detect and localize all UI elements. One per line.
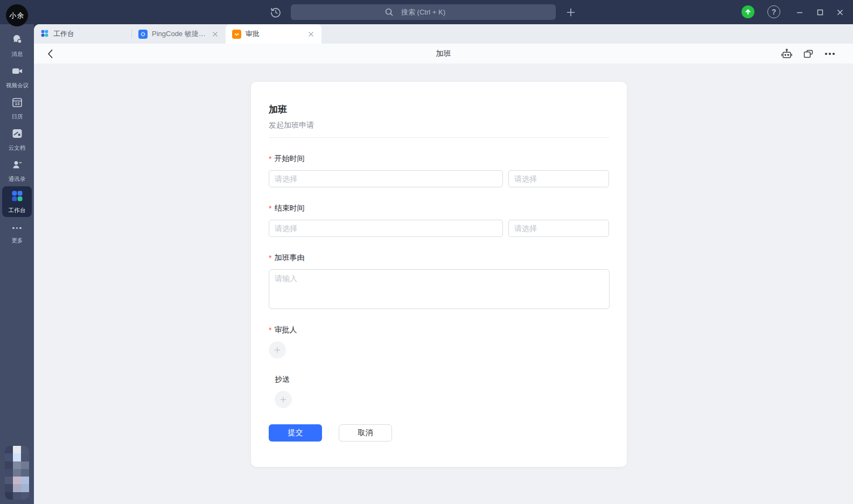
add-approver-button[interactable] (269, 341, 286, 359)
sidebar: 消息 视频会议 13 日历 (0, 24, 34, 504)
field-label-end-time: 结束时间 (274, 204, 304, 213)
cloud-docs-icon (11, 127, 24, 142)
form-subtitle: 发起加班申请 (269, 121, 609, 130)
field-label-reason: 加班事由 (274, 253, 304, 263)
sidebar-item-docs[interactable]: 云文档 (2, 124, 32, 155)
start-time-input[interactable] (508, 170, 609, 187)
help-icon[interactable]: ? (767, 5, 780, 18)
end-date-input[interactable] (269, 220, 503, 237)
history-icon[interactable] (268, 4, 283, 20)
cancel-button[interactable]: 取消 (339, 424, 392, 442)
divider (269, 137, 609, 138)
required-marker: * (269, 254, 271, 262)
back-icon[interactable] (41, 45, 59, 62)
sidebar-item-workbench[interactable]: 工作台 (2, 186, 32, 217)
workbench-grid-icon (11, 190, 24, 205)
field-cc: 抄送 (269, 375, 609, 408)
plus-icon (274, 347, 281, 353)
start-date-input[interactable] (269, 170, 503, 187)
user-avatar[interactable]: 小余 (6, 4, 28, 26)
field-approver: * 审批人 (269, 325, 609, 359)
sidebar-item-more[interactable]: 更多 (2, 218, 32, 248)
submit-button[interactable]: 提交 (269, 424, 322, 442)
workbench-grid-icon (40, 29, 49, 39)
sidebar-item-messages[interactable]: 消息 (2, 30, 32, 61)
svg-text:13: 13 (15, 101, 19, 106)
content-area: 加班 发起加班申请 * 开始时间 * 结束时间 (34, 64, 853, 504)
end-time-input[interactable] (508, 220, 609, 237)
multi-window-icon[interactable] (801, 47, 815, 61)
minimize-button[interactable] (792, 4, 808, 20)
page-title: 加班 (436, 49, 451, 59)
close-window-button[interactable] (832, 4, 848, 20)
field-end-time: * 结束时间 (269, 204, 609, 237)
tab-workbench[interactable]: 工作台 (34, 24, 131, 44)
tab-pingcode[interactable]: PingCode 敏捷开发 (132, 24, 226, 44)
sidebar-blurred-item (5, 446, 29, 500)
required-marker: * (269, 326, 271, 334)
more-dots-icon (12, 222, 22, 235)
field-reason: * 加班事由 (269, 253, 609, 309)
tab-strip: 工作台 PingCode 敏捷开发 审批 (34, 24, 853, 44)
pingcode-app-icon (138, 30, 148, 39)
maximize-button[interactable] (812, 4, 828, 20)
main-area: 工作台 PingCode 敏捷开发 审批 (34, 24, 853, 504)
topbar: ? (0, 0, 853, 24)
search-input[interactable] (291, 4, 556, 20)
field-label-approver: 审批人 (274, 325, 297, 335)
add-cc-button[interactable] (275, 391, 292, 408)
field-label-cc: 抄送 (275, 375, 290, 384)
approval-form-card: 加班 发起加班申请 * 开始时间 * 结束时间 (251, 82, 627, 467)
chat-bubble-icon (11, 33, 24, 48)
close-tab-icon[interactable] (211, 30, 219, 38)
required-marker: * (269, 155, 271, 163)
plus-icon (280, 396, 286, 403)
bot-icon[interactable] (780, 47, 794, 61)
search-box (291, 4, 556, 20)
sidebar-item-calendar[interactable]: 13 日历 (2, 93, 32, 123)
new-tab-plus-icon[interactable] (563, 4, 578, 20)
form-title: 加班 (269, 103, 609, 116)
field-start-time: * 开始时间 (269, 154, 609, 187)
page-header: 加班 (34, 44, 853, 64)
calendar-icon: 13 (11, 96, 24, 111)
video-camera-icon (11, 65, 24, 80)
close-tab-icon[interactable] (306, 30, 315, 38)
upgrade-icon[interactable] (742, 5, 754, 18)
required-marker: * (269, 204, 271, 213)
approval-app-icon (232, 30, 241, 39)
sidebar-item-video-meeting[interactable]: 视频会议 (2, 61, 32, 92)
field-label-start-time: 开始时间 (274, 154, 304, 164)
reason-textarea[interactable] (269, 269, 610, 309)
more-options-icon[interactable] (823, 47, 837, 61)
tab-approval[interactable]: 审批 (226, 24, 321, 44)
sidebar-item-contacts[interactable]: 通讯录 (2, 155, 32, 186)
contacts-person-icon (11, 158, 24, 173)
